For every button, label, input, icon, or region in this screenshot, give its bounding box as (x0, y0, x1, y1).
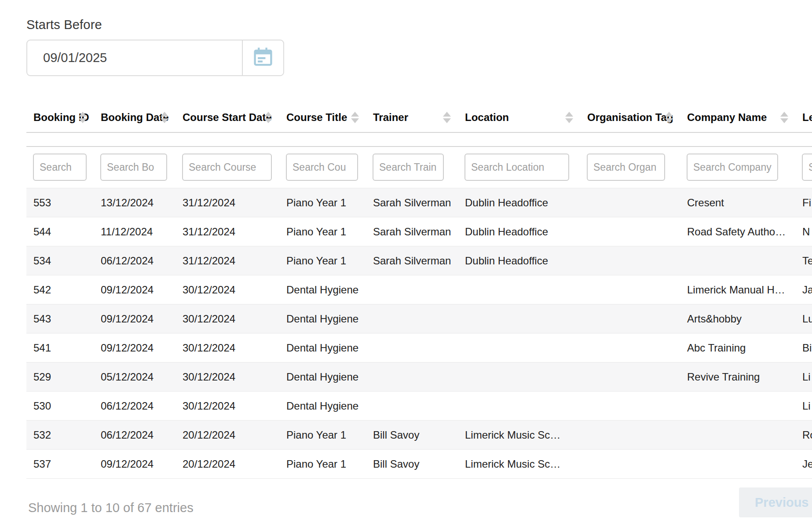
sort-icon[interactable] (780, 112, 788, 123)
table-cell (580, 188, 680, 217)
table-cell: Te (795, 246, 812, 275)
bookings-table: Booking ID Booking Date Course Start Dat… (26, 103, 812, 479)
table-row: 54411/12/202431/12/2024Piano Year 1Sarah… (26, 217, 812, 246)
table-cell: Dublin Headoffice (458, 188, 580, 217)
column-header-company-name[interactable]: Company Name (680, 103, 795, 132)
table-cell: 13/12/2024 (94, 188, 176, 217)
table-cell: Li (795, 392, 812, 421)
table-cell: Piano Year 1 (279, 188, 366, 217)
column-header-trainer[interactable]: Trainer (366, 103, 458, 132)
table-cell: Dental Hygiene (279, 275, 366, 304)
table-cell: Dental Hygiene (279, 392, 366, 421)
table-row: 53709/12/202420/12/2024Piano Year 1Bill … (26, 450, 812, 479)
table-row: 55313/12/202431/12/2024Piano Year 1Sarah… (26, 188, 812, 217)
starts-before-date-input[interactable] (27, 40, 242, 75)
sort-icon[interactable] (161, 112, 168, 123)
table-cell (680, 450, 795, 479)
table-cell: 09/12/2024 (94, 333, 176, 363)
table-row: 54309/12/202430/12/2024Dental HygieneArt… (26, 304, 812, 333)
table-cell: 05/12/2024 (94, 363, 176, 392)
search-course-title-input[interactable] (286, 154, 358, 181)
table-cell: 30/12/2024 (176, 392, 279, 421)
search-course-start-date-input[interactable] (182, 154, 272, 181)
sort-icon[interactable] (665, 112, 673, 123)
table-row: 53006/12/202430/12/2024Dental HygieneLi (26, 392, 812, 421)
table-cell: Bill Savoy (366, 421, 458, 450)
calendar-picker-button[interactable] (243, 40, 283, 75)
column-header-le[interactable]: Le (795, 103, 812, 132)
column-header-organisation-tag[interactable]: Organisation Tag (580, 103, 680, 132)
table-cell: Dublin Headoffice (458, 246, 580, 275)
table-cell (580, 333, 680, 363)
table-cell: Sarah Silverman (366, 246, 458, 275)
table-cell: Piano Year 1 (279, 217, 366, 246)
table-cell (366, 333, 458, 363)
sort-icon[interactable] (264, 112, 272, 123)
column-search-row (26, 146, 812, 188)
search-trainer-input[interactable] (373, 154, 444, 181)
table-cell: Dental Hygiene (279, 333, 366, 363)
date-picker-field (26, 40, 284, 76)
table-cell: Limerick Manual H… (680, 275, 795, 304)
table-row: 53406/12/202431/12/2024Piano Year 1Sarah… (26, 246, 812, 275)
table-cell (366, 363, 458, 392)
table-cell: Dental Hygiene (279, 363, 366, 392)
column-header-course-start-date[interactable]: Course Start Date (176, 103, 279, 132)
table-cell: Sarah Silverman (366, 217, 458, 246)
table-cell: Fi (795, 188, 812, 217)
table-cell (366, 275, 458, 304)
previous-button[interactable]: Previous (739, 487, 812, 517)
table-cell: 11/12/2024 (94, 217, 176, 246)
table-cell (458, 363, 580, 392)
header-spacer-row (26, 132, 812, 146)
table-cell (580, 304, 680, 333)
table-cell: 529 (26, 363, 94, 392)
table-row: 53206/12/202420/12/2024Piano Year 1Bill … (26, 421, 812, 450)
table-cell: 544 (26, 217, 94, 246)
table-cell: Bi (795, 333, 812, 363)
table-cell: Piano Year 1 (279, 450, 366, 479)
column-header-course-title[interactable]: Course Title (279, 103, 366, 132)
table-cell: 30/12/2024 (176, 333, 279, 363)
column-header-booking-date[interactable]: Booking Date (94, 103, 176, 132)
table-cell: 532 (26, 421, 94, 450)
sort-icon[interactable] (351, 112, 359, 123)
search-company-name-input[interactable] (687, 154, 778, 181)
table-cell: Bill Savoy (366, 450, 458, 479)
calendar-icon (252, 46, 274, 70)
table-cell (580, 421, 680, 450)
bookings-page: Starts Before (0, 0, 812, 520)
table-cell: 20/12/2024 (176, 450, 279, 479)
table-cell: Lu (795, 304, 812, 333)
table-body: 55313/12/202431/12/2024Piano Year 1Sarah… (26, 188, 812, 479)
table-cell: 30/12/2024 (176, 275, 279, 304)
table-cell: 09/12/2024 (94, 450, 176, 479)
table-row: 52905/12/202430/12/2024Dental HygieneRev… (26, 363, 812, 392)
starts-before-label: Starts Before (26, 18, 812, 32)
table-cell: Limerick Music Sc… (458, 450, 580, 479)
table-cell: Ro (795, 421, 812, 450)
table-cell: 09/12/2024 (94, 275, 176, 304)
table-cell: 20/12/2024 (176, 421, 279, 450)
table-cell: Abc Training (680, 333, 795, 363)
search-location-input[interactable] (465, 154, 569, 181)
search-booking-id-input[interactable] (33, 154, 87, 181)
table-row: 54109/12/202430/12/2024Dental HygieneAbc… (26, 333, 812, 363)
sort-icon[interactable] (565, 112, 573, 123)
table-cell: 543 (26, 304, 94, 333)
column-header-booking-id[interactable]: Booking ID (26, 103, 94, 132)
table-cell (366, 304, 458, 333)
search-booking-date-input[interactable] (100, 154, 167, 181)
sort-icon[interactable] (443, 112, 451, 123)
table-cell: Piano Year 1 (279, 421, 366, 450)
column-header-location[interactable]: Location (458, 103, 580, 132)
table-cell: 30/12/2024 (176, 363, 279, 392)
table-cell: Road Safety Autho… (680, 217, 795, 246)
search-organisation-tag-input[interactable] (587, 154, 665, 181)
search-le-input[interactable] (802, 154, 812, 181)
starts-before-filter: Starts Before (26, 18, 812, 76)
table-cell: 06/12/2024 (94, 392, 176, 421)
sort-icon[interactable] (79, 112, 87, 123)
table-cell (680, 421, 795, 450)
table-cell: Ja (795, 275, 812, 304)
